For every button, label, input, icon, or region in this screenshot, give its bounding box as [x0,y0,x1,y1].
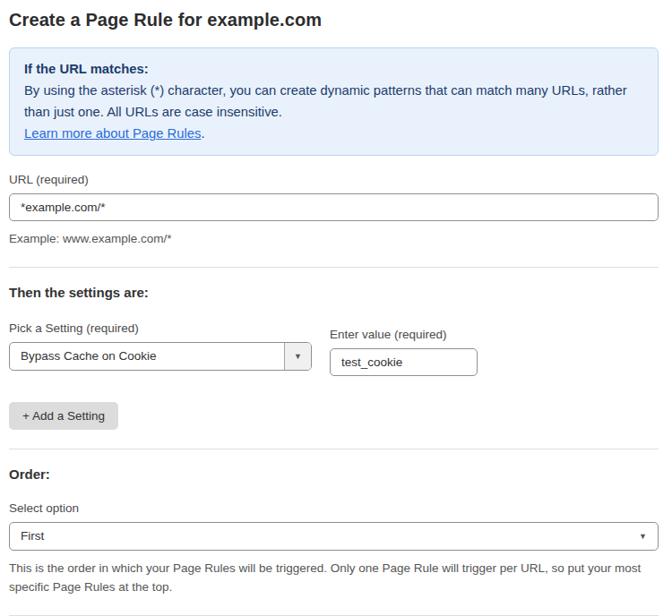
order-helper-text: This is the order in which your Page Rul… [9,559,654,596]
order-select-label: Select option [9,501,659,515]
dropdown-arrow-icon: ▼ [639,533,647,541]
order-select-value: First [10,523,658,550]
settings-section-heading: Then the settings are: [9,285,659,300]
order-section-heading: Order: [9,466,659,482]
setting-select[interactable]: Bypass Cache on Cookie ▼ [9,342,312,371]
info-box-link-line: Learn more about Page Rules. [24,123,643,144]
page-title: Create a Page Rule for example.com [9,10,659,30]
setting-select-value: Bypass Cache on Cookie [10,343,284,370]
enter-value-label: Enter value (required) [330,328,478,341]
divider [9,267,659,268]
setting-value-input[interactable] [330,348,478,376]
dropdown-arrow-icon: ▼ [294,353,302,361]
link-period: . [201,126,204,141]
url-field-label: URL (required) [9,173,659,186]
info-box-body-text: By using the asterisk (*) character, you… [24,83,627,119]
divider [9,449,659,449]
add-setting-button[interactable]: + Add a Setting [9,402,118,430]
pick-setting-label: Pick a Setting (required) [9,321,312,335]
info-box-heading: If the URL matches: [24,58,643,80]
pick-setting-column: Pick a Setting (required) Bypass Cache o… [9,321,312,371]
learn-more-link[interactable]: Learn more about Page Rules [24,126,201,141]
info-box-body: By using the asterisk (*) character, you… [24,80,643,123]
order-select[interactable]: First ▼ [9,522,659,551]
settings-row: Pick a Setting (required) Bypass Cache o… [9,321,659,376]
enter-value-column: Enter value (required) [330,321,478,376]
setting-select-arrow-button[interactable]: ▼ [284,343,311,370]
page-rule-form: Create a Page Rule for example.com If th… [0,0,672,616]
url-match-info-box: If the URL matches: By using the asteris… [9,47,659,156]
url-input[interactable] [9,193,659,221]
url-example-helper: Example: www.example.com/* [9,229,659,248]
